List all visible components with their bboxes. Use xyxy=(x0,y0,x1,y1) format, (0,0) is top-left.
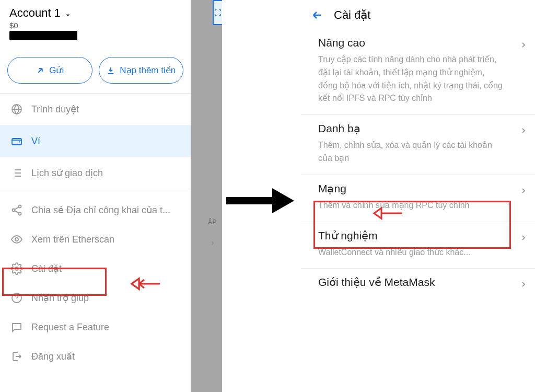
svg-rect-8 xyxy=(226,197,274,204)
annotation-flow-arrow xyxy=(226,188,294,215)
download-icon xyxy=(106,66,115,75)
account-name: Account 1 xyxy=(9,6,61,20)
setting-item-contacts[interactable]: Danh bạ Thêm, chỉnh sửa, xóa và quản lý … xyxy=(300,115,535,175)
menu-label: Đăng xuất xyxy=(31,351,180,362)
back-button[interactable] xyxy=(311,9,323,21)
chevron-down-icon xyxy=(64,9,72,17)
chevron-right-icon xyxy=(519,278,528,293)
menu-label: Trình duyệt xyxy=(31,103,180,115)
setting-desc: Thêm, chỉnh sửa, xóa và quản lý các tài … xyxy=(318,139,525,165)
menu-item-etherscan[interactable]: Xem trên Etherscan xyxy=(0,224,191,253)
svg-point-2 xyxy=(19,205,21,208)
setting-desc: Truy cập các tính năng dành cho nhà phát… xyxy=(318,53,525,105)
send-button[interactable]: Gửi xyxy=(7,57,92,84)
chevron-right-icon xyxy=(519,232,528,246)
menu-item-request[interactable]: Request a Feature xyxy=(0,312,191,341)
annotation-highlight-networks xyxy=(313,201,511,249)
menu-item-wallet[interactable]: Ví xyxy=(0,125,191,157)
send-label: Gửi xyxy=(49,65,64,76)
svg-rect-1 xyxy=(12,139,21,145)
menu-label: Xem trên Etherscan xyxy=(31,234,180,245)
setting-title: Mạng xyxy=(318,182,525,195)
settings-title: Cài đặt xyxy=(334,8,370,22)
menu-item-share[interactable]: Chia sẻ Địa chỉ công khai của t... xyxy=(0,194,191,224)
menu-item-logout[interactable]: Đăng xuất xyxy=(0,341,191,370)
eye-icon xyxy=(10,233,23,246)
chevron-right-icon xyxy=(210,238,216,250)
menu-label: Ví xyxy=(31,136,180,147)
chevron-right-icon xyxy=(519,185,528,199)
menu-label: Chia sẻ Địa chỉ công khai của t... xyxy=(31,204,180,216)
wallet-icon xyxy=(10,135,23,147)
send-arrow-icon xyxy=(36,66,45,75)
setting-title: Danh bạ xyxy=(318,122,525,135)
annotation-highlight-settings xyxy=(2,268,107,296)
redacted-address xyxy=(9,31,77,40)
buy-button[interactable]: Nạp thêm tiền xyxy=(99,57,184,84)
menu-item-history[interactable]: Lịch sử giao dịch xyxy=(0,157,191,189)
scan-icon xyxy=(213,0,222,25)
account-balance: $0 xyxy=(9,21,181,30)
menu-item-browser[interactable]: Trình duyệt xyxy=(0,94,191,125)
share-icon xyxy=(10,204,23,216)
logout-icon xyxy=(10,350,23,363)
annotation-arrow-right xyxy=(372,206,403,223)
setting-title: Giới thiệu về MetaMask xyxy=(318,276,525,289)
menu-label: Lịch sử giao dịch xyxy=(31,167,180,179)
chevron-right-icon xyxy=(519,124,528,139)
menu-label: Request a Feature xyxy=(31,322,180,333)
chevron-right-icon xyxy=(519,39,528,53)
setting-title: Nâng cao xyxy=(318,37,525,49)
chat-icon xyxy=(10,321,23,333)
svg-point-4 xyxy=(19,213,21,215)
globe-icon xyxy=(10,103,23,116)
setting-item-about[interactable]: Giới thiệu về MetaMask xyxy=(300,269,535,302)
list-icon xyxy=(10,167,23,179)
annotation-arrow-left xyxy=(130,276,161,293)
shade-text: ÂP xyxy=(208,218,217,226)
setting-item-advanced[interactable]: Nâng cao Truy cập các tính năng dành cho… xyxy=(300,29,535,115)
account-selector[interactable]: Account 1 xyxy=(9,6,181,20)
svg-point-3 xyxy=(13,209,15,212)
buy-label: Nạp thêm tiền xyxy=(120,65,176,76)
svg-point-5 xyxy=(15,238,18,241)
backdrop[interactable]: ÂP xyxy=(191,0,222,392)
